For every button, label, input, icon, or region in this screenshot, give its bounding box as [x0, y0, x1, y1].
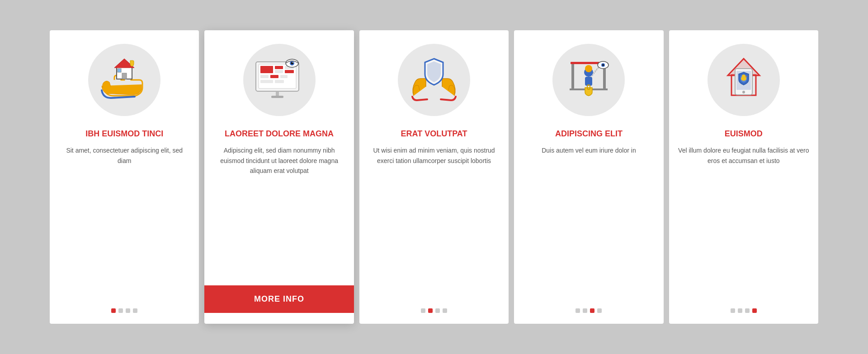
dot [428, 308, 433, 313]
svg-point-28 [585, 65, 592, 72]
svg-rect-8 [275, 70, 283, 73]
svg-line-33 [592, 67, 599, 74]
svg-rect-3 [118, 69, 121, 72]
dot [133, 308, 137, 313]
phone-shield-icon [719, 55, 769, 105]
icon-circle-3 [398, 44, 470, 116]
card-3: ERAT VOLUTPAT Ut wisi enim ad minim veni… [359, 30, 509, 324]
svg-rect-7 [275, 66, 283, 69]
card-3-text: Ut wisi enim ad minim veniam, quis nostr… [368, 145, 500, 296]
svg-rect-2 [122, 73, 127, 79]
person-surveillance-icon [561, 55, 616, 105]
dot [745, 308, 750, 313]
cards-container: IBH EUISMOD TINCI Sit amet, consectetuer… [50, 30, 818, 324]
dot [576, 308, 580, 313]
dot [597, 308, 602, 313]
card-1: IBH EUISMOD TINCI Sit amet, consectetuer… [50, 30, 199, 324]
svg-rect-12 [270, 75, 278, 78]
svg-rect-10 [285, 70, 294, 73]
card-3-dots [421, 308, 447, 313]
dot [118, 308, 123, 313]
dot [443, 308, 447, 313]
card-4-dots [576, 308, 602, 313]
card-2: LAOREET DOLORE MAGNA Adipiscing elit, se… [204, 30, 354, 324]
icon-circle-1 [88, 44, 160, 116]
card-2-title: LAOREET DOLORE MAGNA [225, 129, 334, 139]
icon-circle-4 [552, 44, 625, 116]
more-info-button[interactable]: MORE INFO [204, 285, 354, 313]
card-3-title: ERAT VOLUTPAT [401, 129, 467, 139]
dot [421, 308, 425, 313]
card-5-title: EUISMOD [725, 129, 763, 139]
svg-point-21 [292, 62, 293, 63]
svg-rect-17 [271, 96, 283, 98]
card-5-text: Vel illum dolore eu feugiat nulla facili… [678, 145, 809, 296]
card-4-title: ADIPISCING ELIT [555, 129, 623, 139]
dot [590, 308, 594, 313]
card-1-text: Sit amet, consectetuer adipiscing elit, … [59, 145, 190, 296]
svg-point-42 [742, 75, 745, 78]
card-4-text: Duis autem vel eum iriure dolor in [542, 145, 636, 296]
icon-circle-5 [708, 44, 780, 116]
card-1-title: IBH EUISMOD TINCI [85, 129, 163, 139]
card-5-dots [731, 308, 757, 313]
svg-rect-13 [280, 75, 288, 78]
svg-point-32 [602, 64, 604, 66]
monitor-eye-icon [252, 55, 307, 105]
card-1-dots [111, 308, 137, 313]
card-5: EUISMOD Vel illum dolore eu feugiat null… [669, 30, 818, 324]
house-hand-icon [99, 55, 149, 105]
dot [583, 308, 587, 313]
dot [435, 308, 440, 313]
svg-rect-11 [260, 75, 269, 78]
svg-rect-15 [275, 80, 284, 83]
dot [731, 308, 735, 313]
dot [752, 308, 757, 313]
icon-circle-2 [243, 44, 316, 116]
card-2-text: Adipiscing elit, sed diam nonummy nibh e… [213, 145, 344, 273]
svg-point-40 [742, 91, 745, 93]
dot [126, 308, 130, 313]
hands-shield-icon [407, 55, 461, 105]
svg-rect-6 [260, 66, 273, 73]
card-4: ADIPISCING ELIT Duis autem vel eum iriur… [514, 30, 663, 324]
svg-rect-23 [571, 64, 574, 89]
dot [738, 308, 742, 313]
svg-rect-14 [260, 80, 273, 83]
dot [111, 308, 116, 313]
